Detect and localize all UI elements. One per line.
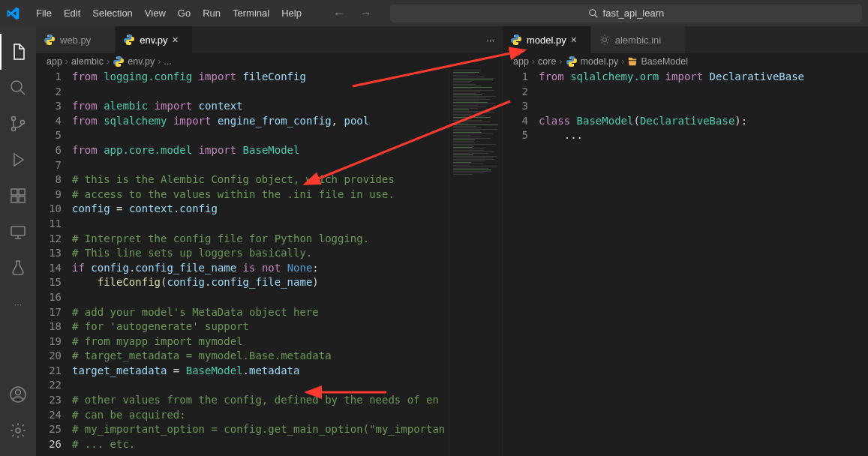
more-icon[interactable]: ··· xyxy=(0,286,36,322)
tab-env-py[interactable]: env.py× xyxy=(116,26,192,53)
titlebar: FileEditSelectionViewGoRunTerminalHelp ←… xyxy=(0,0,868,26)
svg-point-20 xyxy=(131,43,131,44)
search-icon xyxy=(588,8,599,19)
editor-area: web.pyenv.py×··· app›alembic›env.py›... … xyxy=(36,26,868,456)
svg-point-15 xyxy=(16,390,21,395)
breadcrumb-right[interactable]: app›core›model.py›BaseModel xyxy=(503,53,868,70)
svg-point-6 xyxy=(21,121,25,124)
menu-terminal[interactable]: Terminal xyxy=(227,4,275,22)
svg-point-5 xyxy=(12,128,16,131)
svg-rect-7 xyxy=(11,189,17,195)
svg-point-18 xyxy=(50,43,51,44)
menu-edit[interactable]: Edit xyxy=(58,4,86,22)
svg-point-4 xyxy=(12,117,16,121)
svg-point-21 xyxy=(117,57,118,58)
menu-help[interactable]: Help xyxy=(275,4,308,22)
tab-overflow-icon[interactable]: ··· xyxy=(479,26,502,53)
svg-line-3 xyxy=(20,90,25,94)
run-debug-icon[interactable] xyxy=(0,142,36,178)
svg-rect-11 xyxy=(11,226,25,236)
command-center[interactable]: fast_api_learn xyxy=(390,4,862,22)
tab-alembic-ini[interactable]: alembic.ini xyxy=(591,26,686,53)
tabs-right: model.py×alembic.ini xyxy=(503,26,868,53)
settings-icon[interactable] xyxy=(0,412,36,448)
svg-point-16 xyxy=(16,428,20,433)
tab-web-py[interactable]: web.py xyxy=(36,26,116,53)
tab-model-py[interactable]: model.py× xyxy=(503,26,591,53)
minimap[interactable] xyxy=(449,70,502,456)
close-icon[interactable]: × xyxy=(571,34,583,46)
menubar: FileEditSelectionViewGoRunTerminalHelp xyxy=(30,4,308,22)
activitybar: ··· xyxy=(0,26,36,456)
code-right[interactable]: 12345 from sqlalchemy.orm import Declara… xyxy=(503,70,868,456)
svg-rect-10 xyxy=(19,189,25,195)
nav-forward-icon[interactable]: → xyxy=(360,7,372,20)
svg-rect-9 xyxy=(19,196,25,202)
menu-file[interactable]: File xyxy=(30,4,58,22)
remote-icon[interactable] xyxy=(0,214,36,250)
svg-point-26 xyxy=(569,57,570,58)
svg-point-19 xyxy=(128,35,128,36)
menu-go[interactable]: Go xyxy=(172,4,197,22)
editor-group-2: model.py×alembic.ini app›core›model.py›B… xyxy=(503,26,868,456)
svg-point-23 xyxy=(514,35,515,36)
svg-point-27 xyxy=(572,64,573,65)
menu-run[interactable]: Run xyxy=(197,4,227,22)
editor-group-1: web.pyenv.py×··· app›alembic›env.py›... … xyxy=(36,26,503,456)
extensions-icon[interactable] xyxy=(0,178,36,214)
svg-point-22 xyxy=(120,64,121,65)
vscode-logo-icon xyxy=(6,7,20,20)
svg-point-0 xyxy=(589,9,595,15)
nav-arrows: ← → xyxy=(333,7,372,20)
nav-back-icon[interactable]: ← xyxy=(333,7,345,20)
svg-point-17 xyxy=(47,35,48,36)
svg-point-24 xyxy=(517,43,518,44)
accounts-icon[interactable] xyxy=(0,376,36,412)
search-icon[interactable] xyxy=(0,70,36,106)
menu-selection[interactable]: Selection xyxy=(86,4,138,22)
testing-icon[interactable] xyxy=(0,250,36,286)
close-icon[interactable]: × xyxy=(173,34,185,46)
svg-rect-8 xyxy=(11,196,17,202)
svg-point-2 xyxy=(11,81,22,92)
breadcrumb-left[interactable]: app›alembic›env.py›... xyxy=(36,53,502,70)
code-left[interactable]: 1234567891011121314151617181920212223242… xyxy=(36,70,502,456)
source-control-icon[interactable] xyxy=(0,106,36,142)
svg-point-25 xyxy=(602,38,606,42)
explorer-icon[interactable] xyxy=(0,34,36,70)
search-text: fast_api_learn xyxy=(603,8,665,19)
tabs-left: web.pyenv.py×··· xyxy=(36,26,502,53)
menu-view[interactable]: View xyxy=(139,4,172,22)
svg-line-1 xyxy=(594,14,597,17)
